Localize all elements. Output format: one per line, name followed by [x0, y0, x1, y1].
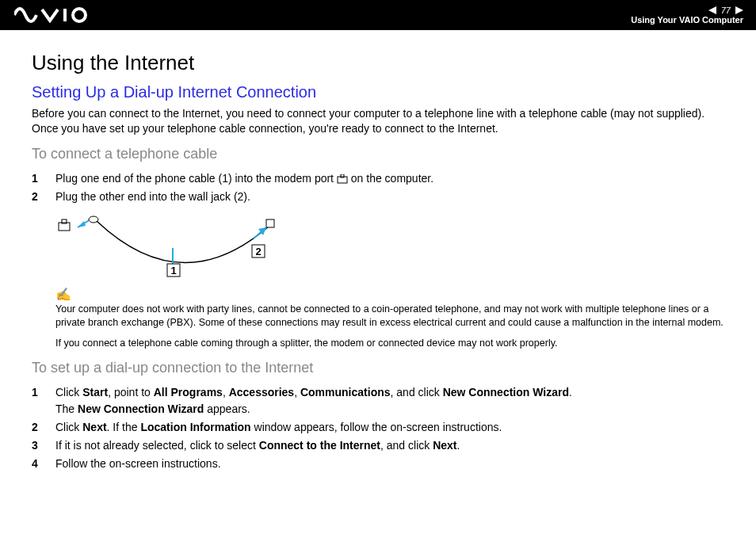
vaio-logo	[14, 7, 101, 23]
list-item: 4 Follow the on-screen instructions.	[32, 456, 727, 472]
svg-rect-0	[63, 9, 67, 21]
list-item: 1 Click Start, point to All Programs, Ac…	[32, 384, 727, 418]
list-item: 2 Click Next. If the Location Informatio…	[32, 419, 727, 436]
cable-diagram: 1 2	[55, 215, 727, 281]
note-block-2: If you connect a telephone cable coming …	[55, 338, 727, 349]
section-name: Using Your VAIO Computer	[631, 15, 743, 25]
list-item: 3 If it is not already selected, click t…	[32, 437, 727, 454]
page-subtitle: Setting Up a Dial-up Internet Connection	[32, 83, 727, 101]
next-page-icon[interactable]	[735, 6, 743, 14]
section1-steps: 1 Plug one end of the phone cable (1) in…	[32, 170, 727, 205]
note-icon: ✍	[55, 288, 71, 301]
section1-heading: To connect a telephone cable	[32, 146, 727, 162]
svg-marker-6	[78, 221, 86, 227]
section2-heading: To set up a dial-up connection to the In…	[32, 360, 727, 376]
prev-page-icon[interactable]	[708, 6, 716, 14]
page-title: Using the Internet	[32, 51, 727, 75]
figure-label-2: 2	[255, 246, 261, 257]
svg-rect-8	[266, 219, 274, 227]
section2-steps: 1 Click Start, point to All Programs, Ac…	[32, 384, 727, 472]
intro-text: Before you can connect to the Internet, …	[32, 106, 727, 136]
page-content: Using the Internet Setting Up a Dial-up …	[0, 30, 756, 472]
figure-label-1: 1	[170, 265, 176, 277]
modem-port-icon	[337, 174, 348, 184]
page-number: 77	[721, 6, 731, 15]
header-bar: 77 Using Your VAIO Computer	[0, 0, 756, 30]
svg-point-1	[73, 9, 86, 21]
note-block: ✍ Your computer does not work with party…	[55, 286, 727, 330]
list-item: 2 Plug the other end into the wall jack …	[32, 189, 727, 205]
list-item: 1 Plug one end of the phone cable (1) in…	[32, 170, 727, 187]
header-nav: 77 Using Your VAIO Computer	[631, 6, 743, 25]
